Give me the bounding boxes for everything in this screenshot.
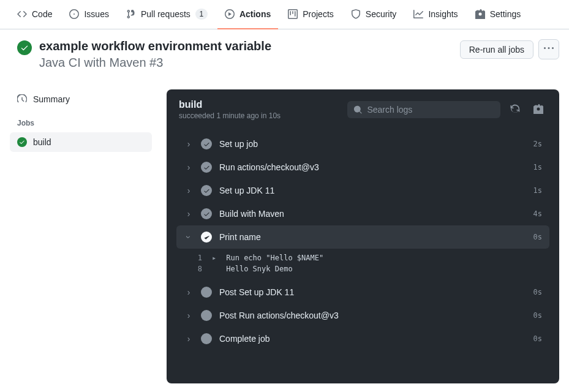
rerun-button[interactable]: Re-run all jobs [460, 40, 533, 59]
code-icon [17, 9, 27, 19]
more-actions-button[interactable] [538, 39, 559, 59]
pulls-counter: 1 [195, 9, 208, 20]
step-name: Run actions/checkout@v3 [219, 162, 526, 172]
step-name: Complete job [219, 334, 526, 344]
tab-insights[interactable]: Insights [406, 0, 465, 29]
step-duration: 0s [533, 311, 542, 320]
refresh-logs-button[interactable] [507, 100, 524, 119]
step-status-icon [201, 232, 212, 243]
search-input[interactable] [367, 105, 494, 115]
gear-icon [533, 104, 543, 114]
line-text: Hello Snyk Demo [226, 265, 292, 273]
workflow-title: example workflow environment variable [39, 39, 271, 53]
step-row[interactable]: › Post Run actions/checkout@v3 0s [176, 304, 549, 327]
status-success-icon [17, 40, 32, 55]
sync-icon [510, 104, 520, 114]
sidebar-label: Summary [33, 94, 70, 104]
log-search[interactable] [347, 101, 500, 118]
step-status-icon [201, 162, 212, 173]
tab-security[interactable]: Security [344, 0, 404, 29]
tab-label: Insights [428, 5, 458, 23]
step-duration: 2s [533, 140, 542, 148]
line-text: Run echo "Hello $NAME" [226, 254, 323, 262]
step-name: Set up job [219, 139, 526, 149]
step-duration: 4s [533, 209, 542, 218]
workflow-subtitle: Java CI with Maven #3 [39, 56, 271, 70]
tab-label: Code [32, 5, 52, 23]
tab-actions[interactable]: Actions [217, 0, 278, 29]
play-icon [225, 9, 235, 19]
chevron-right-icon: › [184, 186, 194, 195]
chevron-down-icon: › [184, 232, 194, 242]
steps-list: › Set up job 2s › Run actions/checkout@v… [167, 130, 559, 360]
pr-icon [126, 9, 136, 19]
tab-issues[interactable]: Issues [62, 0, 116, 29]
tab-code[interactable]: Code [10, 0, 59, 29]
jobs-heading: Jobs [10, 109, 152, 132]
tab-label: Security [366, 5, 397, 23]
project-icon [288, 9, 298, 19]
search-icon [353, 105, 362, 115]
meter-icon [17, 94, 27, 104]
log-output: 1 ▸ Run echo "Hello $NAME" 8 Hello Snyk … [176, 249, 549, 281]
chevron-right-icon: › [184, 334, 194, 344]
tab-projects[interactable]: Projects [281, 0, 341, 29]
tab-label: Actions [239, 5, 271, 23]
disclosure-icon[interactable]: ▸ [212, 254, 216, 262]
step-duration: 0s [533, 334, 542, 343]
step-row[interactable]: › Run actions/checkout@v3 1s [176, 156, 549, 179]
line-number: 1 [184, 254, 202, 262]
step-row-expanded[interactable]: › Print name 0s [176, 225, 549, 249]
tab-settings[interactable]: Settings [468, 0, 529, 29]
tab-label: Pull requests [141, 5, 190, 23]
tab-label: Settings [490, 5, 521, 23]
step-name: Post Run actions/checkout@v3 [219, 311, 526, 320]
shield-icon [351, 9, 361, 19]
step-row[interactable]: › Set up JDK 11 1s [176, 179, 549, 202]
graph-icon [413, 9, 423, 19]
repo-nav: Code Issues Pull requests 1 Actions Proj… [0, 0, 569, 29]
sidebar-label: build [33, 137, 51, 147]
job-status-icon [17, 137, 27, 147]
log-settings-button[interactable] [530, 100, 547, 119]
tab-label: Projects [303, 5, 334, 23]
step-duration: 0s [533, 288, 542, 296]
step-row[interactable]: › Post Set up JDK 11 0s [176, 281, 549, 304]
step-status-icon [201, 310, 212, 321]
workflow-header: example workflow environment variable Ja… [0, 29, 569, 75]
step-name: Post Set up JDK 11 [219, 287, 526, 297]
jobs-sidebar: Summary Jobs build [10, 89, 152, 152]
chevron-right-icon: › [184, 209, 194, 219]
step-status-icon [201, 138, 212, 149]
chevron-right-icon: › [184, 311, 194, 320]
step-duration: 1s [533, 186, 542, 195]
gear-icon [475, 9, 485, 19]
tab-label: Issues [84, 5, 108, 23]
step-duration: 1s [533, 163, 542, 172]
step-row[interactable]: › Complete job 0s [176, 327, 549, 350]
step-status-icon [201, 185, 212, 196]
chevron-right-icon: › [184, 287, 194, 297]
log-line: 8 Hello Snyk Demo [176, 263, 549, 274]
step-name: Build with Maven [219, 209, 526, 219]
tab-pulls[interactable]: Pull requests 1 [119, 0, 215, 29]
step-name: Print name [219, 232, 526, 242]
step-row[interactable]: › Set up job 2s [176, 132, 549, 156]
step-duration: 0s [533, 233, 542, 241]
step-row[interactable]: › Build with Maven 4s [176, 202, 549, 225]
step-status-icon [201, 287, 212, 298]
chevron-right-icon: › [184, 139, 194, 149]
step-name: Set up JDK 11 [219, 186, 526, 195]
step-status-icon [201, 208, 212, 219]
job-title: build [179, 99, 281, 110]
kebab-icon [544, 43, 554, 53]
step-status-icon [201, 333, 212, 344]
line-number: 8 [184, 265, 202, 273]
sidebar-job-build[interactable]: build [10, 132, 152, 152]
sidebar-summary[interactable]: Summary [10, 89, 152, 109]
job-status-text: succeeded 1 minute ago in 10s [179, 111, 281, 120]
chevron-right-icon: › [184, 162, 194, 172]
issue-icon [69, 9, 79, 19]
log-panel: build succeeded 1 minute ago in 10s › [167, 89, 559, 383]
log-line: 1 ▸ Run echo "Hello $NAME" [176, 252, 549, 263]
